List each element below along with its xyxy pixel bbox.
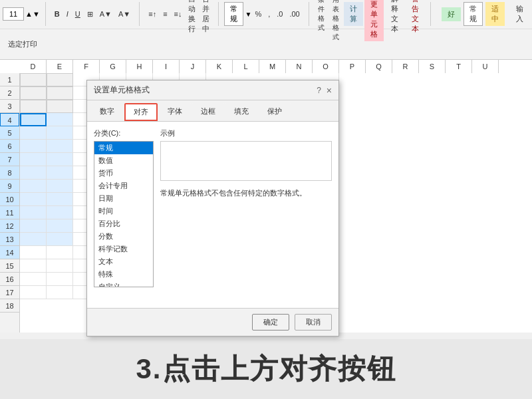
list-item-fraction[interactable]: 分数 (94, 230, 153, 243)
dialog-content: 分类(C): 常规 数值 货币 会计专用 日期 时间 百分比 分数 科学记数 文… (87, 122, 338, 308)
row-13: 13 (0, 233, 19, 246)
align-top-button[interactable]: ≡↑ (145, 8, 160, 20)
instruction-label: 3.点击上方对齐按钮 (136, 350, 396, 388)
fill-color-button[interactable]: A▼ (96, 8, 115, 20)
cell-D1[interactable] (20, 73, 47, 86)
row-9: 9 (0, 180, 19, 193)
row-7: 7 (0, 153, 19, 166)
col-E: E (47, 60, 73, 73)
insert-group: 输入 编辑 插入 (513, 2, 532, 26)
moderate-style[interactable]: 适中 (485, 2, 505, 26)
row-10: 10 (0, 193, 19, 206)
insert-button[interactable]: 输入 (513, 2, 527, 26)
toolbar-row1: ▲▼ B I U ⊞ A▼ A▼ ≡↑ ≡ ≡↓ 自动换行 合并居中 常规 ▼ … (0, 0, 532, 29)
styles-group: 条件格式 套用表格格式 计算 变更单元格 解释文本 警告文本 (315, 2, 431, 26)
list-item-currency[interactable]: 货币 (94, 167, 153, 180)
tab-number[interactable]: 数字 (91, 103, 123, 121)
list-item-general[interactable]: 常规 (94, 142, 153, 154)
list-item-scientific[interactable]: 科学记数 (94, 243, 153, 255)
cell-style-group: 好 常规 适中 (442, 2, 505, 26)
col-G: G (100, 60, 126, 73)
category-label: 分类(C): (94, 128, 154, 138)
col-headers: D E F G H I J K L M N O P Q R S T U (20, 60, 532, 73)
col-D: D (20, 60, 47, 73)
row-headers: 1 2 3 4 5 6 7 8 9 10 11 12 13 14 15 16 1… (0, 73, 20, 332)
dialog-right-panel: 示例 常规单元格格式不包含任何特定的数字格式。 (160, 128, 332, 301)
font-size-input[interactable] (3, 7, 24, 21)
col-L: L (233, 60, 259, 73)
alignment-group: ≡↑ ≡ ≡↓ 自动换行 合并居中 (145, 2, 219, 26)
col-M: M (259, 60, 286, 73)
help-icon[interactable]: ? (317, 86, 321, 95)
dialog-title: 设置单元格格式 ? × (87, 80, 338, 100)
preview-area (160, 141, 332, 181)
font-color-button[interactable]: A▼ (115, 8, 134, 20)
row-14: 14 (0, 246, 19, 259)
bold-button[interactable]: B (51, 8, 63, 20)
cell-D2[interactable] (20, 86, 47, 100)
list-item-percent[interactable]: 百分比 (94, 217, 153, 230)
number-group: 常规 ▼ % , .0 .00 (224, 2, 309, 26)
calc-style[interactable]: 计算 (344, 2, 363, 26)
col-O: O (313, 60, 339, 73)
toolbar: ▲▼ B I U ⊞ A▼ A▼ ≡↑ ≡ ≡↓ 自动换行 合并居中 常规 ▼ … (0, 0, 532, 60)
list-item-number[interactable]: 数值 (94, 154, 153, 167)
dialog-tabs: 数字 对齐 字体 边框 填充 保护 (87, 100, 338, 122)
list-item-special[interactable]: 特殊 (94, 268, 153, 281)
col-F: F (73, 60, 100, 73)
italic-button[interactable]: I (63, 8, 72, 20)
row-17: 17 (0, 286, 19, 299)
font-style-group: B I U ⊞ A▼ A▼ (51, 2, 140, 26)
toolbar-row2: 选定打印 (0, 29, 532, 59)
col-R: R (392, 60, 419, 73)
list-item-time[interactable]: 时间 (94, 205, 153, 217)
font-size-group: ▲▼ (3, 2, 46, 26)
delete-button[interactable]: 编辑 (529, 2, 532, 26)
row-3: 3 (0, 100, 19, 113)
number-format-dropdown[interactable]: ▼ (245, 11, 251, 18)
row-2: 2 (0, 86, 19, 100)
normal-style[interactable]: 常规 (464, 2, 483, 26)
col-P: P (339, 60, 366, 73)
dialog-left-panel: 分类(C): 常规 数值 货币 会计专用 日期 时间 百分比 分数 科学记数 文… (94, 128, 154, 301)
font-size-unit: ▲▼ (25, 10, 40, 18)
comma-button[interactable]: , (265, 8, 273, 20)
list-item-date[interactable]: 日期 (94, 192, 153, 205)
tab-protect[interactable]: 保护 (259, 103, 291, 121)
instruction-text: 3.点击上方对齐按钮 (0, 339, 532, 399)
tab-font[interactable]: 字体 (159, 103, 191, 121)
cancel-button[interactable]: 取消 (295, 314, 332, 331)
number-format-select[interactable]: 常规 (224, 2, 243, 26)
cell-E1[interactable] (47, 73, 73, 86)
cell-E2[interactable] (47, 86, 73, 100)
preview-label: 示例 (160, 128, 332, 138)
col-Q: Q (366, 60, 392, 73)
list-item-accounting[interactable]: 会计专用 (94, 180, 153, 192)
category-list[interactable]: 常规 数值 货币 会计专用 日期 时间 百分比 分数 科学记数 文本 特殊 自定… (94, 141, 154, 287)
dialog-title-text: 设置单元格格式 (94, 84, 150, 96)
col-U: U (472, 60, 499, 73)
dialog-footer: 确定 取消 (87, 308, 338, 336)
row-11: 11 (0, 206, 19, 219)
row-6: 6 (0, 140, 19, 153)
col-T: T (446, 60, 472, 73)
decrease-decimal-button[interactable]: .00 (286, 8, 303, 20)
ok-button[interactable]: 确定 (252, 314, 289, 331)
dialog-close-button[interactable]: × (327, 86, 332, 95)
tab-fill[interactable]: 填充 (225, 103, 257, 121)
format-cells-dialog[interactable]: 设置单元格格式 ? × 数字 对齐 字体 边框 填充 保护 分类(C): 常规 … (86, 80, 339, 336)
align-middle-button[interactable]: ≡ (160, 8, 170, 20)
tab-border[interactable]: 边框 (192, 103, 224, 121)
underline-button[interactable]: U (72, 8, 84, 20)
list-item-custom[interactable]: 自定义 (94, 281, 153, 287)
list-item-text[interactable]: 文本 (94, 255, 153, 268)
align-bottom-button[interactable]: ≡↓ (171, 8, 186, 20)
good-style[interactable]: 好 (442, 7, 461, 21)
row-16: 16 (0, 273, 19, 286)
tab-align[interactable]: 对齐 (124, 103, 158, 121)
border-button[interactable]: ⊞ (84, 8, 96, 21)
increase-decimal-button[interactable]: .0 (273, 8, 286, 20)
row-1: 1 (0, 73, 19, 86)
row-12: 12 (0, 219, 19, 233)
percent-button[interactable]: % (251, 8, 265, 20)
